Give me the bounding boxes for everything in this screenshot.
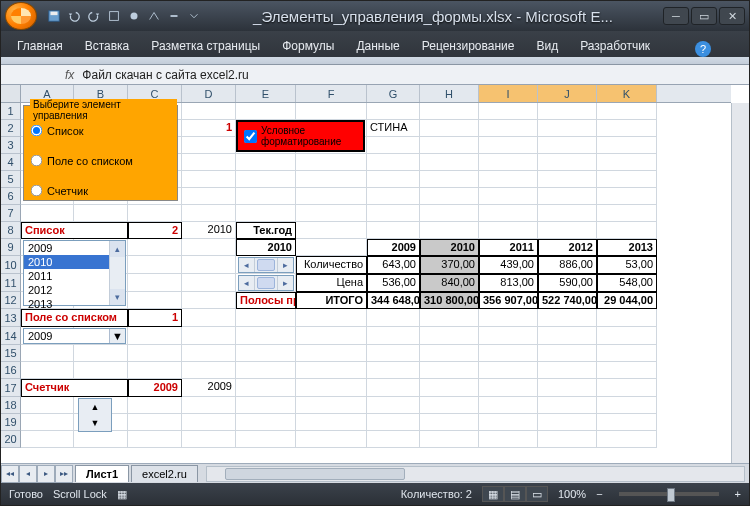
cell[interactable]	[182, 362, 236, 379]
cell[interactable]	[597, 309, 657, 327]
col-header[interactable]: G	[367, 85, 420, 102]
row-header[interactable]: 19	[1, 414, 21, 431]
cell[interactable]: 548,00	[597, 274, 657, 292]
cell[interactable]	[128, 256, 182, 274]
qat-icon[interactable]	[105, 7, 123, 25]
scroll-right-icon[interactable]: ▸	[277, 276, 293, 290]
cell[interactable]	[21, 397, 74, 414]
cell[interactable]	[479, 345, 538, 362]
scroll-right-icon[interactable]: ▸	[277, 258, 293, 272]
spinner-control[interactable]: ▲▼	[78, 398, 112, 432]
view-layout-icon[interactable]: ▤	[504, 486, 526, 502]
col-header[interactable]: K	[597, 85, 657, 102]
cell[interactable]	[420, 379, 479, 397]
qat-more-icon[interactable]	[185, 7, 203, 25]
cell[interactable]: 522 740,00	[538, 292, 597, 309]
cell[interactable]	[597, 137, 657, 154]
cell[interactable]	[367, 309, 420, 327]
cell[interactable]	[597, 414, 657, 431]
save-icon[interactable]	[45, 7, 63, 25]
cell[interactable]	[182, 103, 236, 120]
cell[interactable]	[479, 431, 538, 448]
macro-record-icon[interactable]: ▦	[117, 488, 127, 501]
cell[interactable]	[538, 137, 597, 154]
cell[interactable]	[538, 431, 597, 448]
cell[interactable]: 2009	[367, 239, 420, 256]
cell[interactable]	[538, 362, 597, 379]
cell[interactable]: Тек.год	[236, 222, 296, 239]
cell[interactable]	[74, 431, 128, 448]
cell[interactable]	[538, 188, 597, 205]
cell[interactable]	[296, 154, 367, 171]
cell[interactable]	[367, 431, 420, 448]
cell[interactable]: 2011	[479, 239, 538, 256]
cell[interactable]	[479, 103, 538, 120]
cell[interactable]	[479, 414, 538, 431]
cell[interactable]: Поле со списком	[21, 309, 128, 327]
cell[interactable]: 840,00	[420, 274, 479, 292]
cell[interactable]	[367, 103, 420, 120]
cell[interactable]	[236, 188, 296, 205]
scroll-left-icon[interactable]: ◂	[239, 276, 255, 290]
cell[interactable]	[182, 309, 236, 327]
row-header[interactable]: 10	[1, 256, 21, 274]
cell[interactable]: 356 907,00	[479, 292, 538, 309]
row-header[interactable]: 9	[1, 239, 21, 256]
col-header[interactable]: D	[182, 85, 236, 102]
cell[interactable]	[538, 345, 597, 362]
col-header[interactable]: I	[479, 85, 538, 102]
cell[interactable]	[74, 345, 128, 362]
cell[interactable]	[479, 188, 538, 205]
cell[interactable]	[128, 431, 182, 448]
cell[interactable]	[236, 431, 296, 448]
cell[interactable]	[367, 171, 420, 188]
cell[interactable]	[420, 327, 479, 345]
cell[interactable]	[128, 397, 182, 414]
cell[interactable]	[538, 120, 597, 137]
cell[interactable]	[182, 171, 236, 188]
cell[interactable]	[420, 431, 479, 448]
cell[interactable]	[597, 345, 657, 362]
cell[interactable]	[479, 379, 538, 397]
cell[interactable]	[182, 188, 236, 205]
tab-formulas[interactable]: Формулы	[280, 35, 336, 57]
cell[interactable]	[236, 362, 296, 379]
cell[interactable]	[296, 188, 367, 205]
cell[interactable]	[597, 120, 657, 137]
col-header[interactable]: H	[420, 85, 479, 102]
tab-nav-first[interactable]: ◂◂	[1, 465, 19, 483]
qat-icon[interactable]	[165, 7, 183, 25]
close-button[interactable]: ✕	[719, 7, 745, 25]
cell[interactable]	[420, 205, 479, 222]
cell[interactable]	[538, 309, 597, 327]
cell[interactable]	[128, 345, 182, 362]
cell[interactable]: ИТОГО	[296, 292, 367, 309]
cell[interactable]	[182, 327, 236, 345]
cell[interactable]	[182, 154, 236, 171]
tab-home[interactable]: Главная	[15, 35, 65, 57]
cell[interactable]: 2013	[597, 239, 657, 256]
horizontal-scrollbar[interactable]	[206, 466, 745, 482]
listbox-years[interactable]: 20092010201120122013▴▾	[23, 240, 126, 306]
cell[interactable]	[128, 274, 182, 292]
row-header[interactable]: 17	[1, 379, 21, 397]
vertical-scrollbar[interactable]	[731, 103, 749, 463]
zoom-level[interactable]: 100%	[558, 488, 586, 500]
row-header[interactable]: 4	[1, 154, 21, 171]
cell[interactable]	[296, 345, 367, 362]
qat-icon[interactable]	[125, 7, 143, 25]
cell[interactable]	[296, 414, 367, 431]
cell[interactable]	[236, 327, 296, 345]
cell[interactable]	[420, 120, 479, 137]
cell[interactable]: Количество	[296, 256, 367, 274]
cell[interactable]	[296, 309, 367, 327]
cell[interactable]: 439,00	[479, 256, 538, 274]
row-header[interactable]: 18	[1, 397, 21, 414]
cell[interactable]	[479, 154, 538, 171]
cell[interactable]	[236, 309, 296, 327]
cell[interactable]	[367, 222, 420, 239]
qat-icon[interactable]	[145, 7, 163, 25]
cell[interactable]	[74, 362, 128, 379]
cell[interactable]	[367, 188, 420, 205]
cell[interactable]	[420, 103, 479, 120]
